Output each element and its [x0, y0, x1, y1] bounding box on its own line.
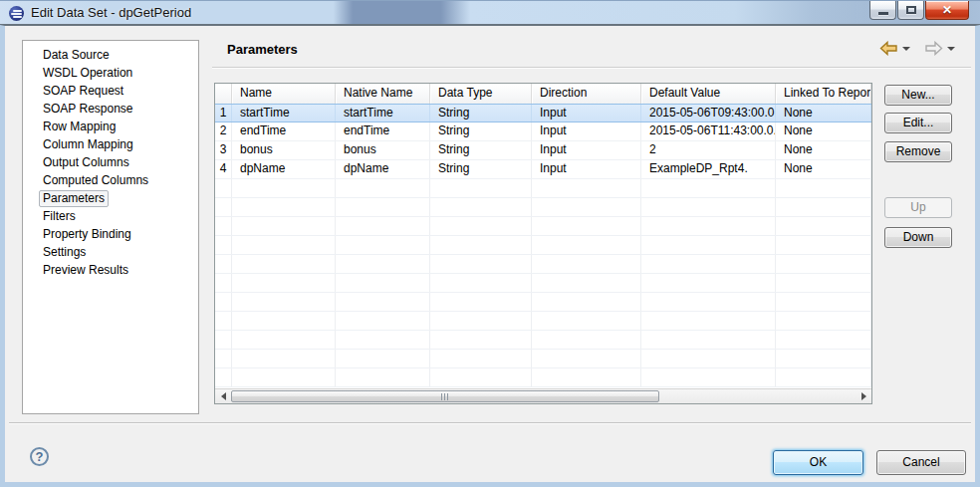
sidebar-item-preview-results[interactable]: Preview Results — [23, 261, 198, 279]
empty-cell — [641, 217, 776, 235]
down-button[interactable]: Down — [884, 227, 952, 248]
maximize-button[interactable] — [897, 1, 924, 20]
cell-rownum: 1 — [215, 105, 232, 122]
scroll-right-button[interactable] — [856, 389, 871, 403]
col-header-default-value[interactable]: Default Value — [641, 84, 776, 104]
col-header-name[interactable]: Name — [232, 84, 336, 104]
col-header-native-name[interactable]: Native Name — [336, 84, 430, 104]
empty-cell — [430, 255, 532, 273]
cell-linked-to-report[interactable]: None — [776, 160, 871, 178]
cell-direction[interactable]: Input — [532, 122, 641, 140]
empty-cell — [215, 331, 232, 349]
col-header-linked-to-report[interactable]: Linked To Report — [776, 84, 871, 104]
empty-cell — [430, 331, 532, 349]
empty-cell — [641, 274, 776, 292]
col-header-data-type[interactable]: Data Type — [430, 84, 532, 104]
sidebar-selected-item-label: Parameters — [39, 190, 109, 207]
empty-cell — [776, 179, 871, 197]
sidebar-item-soap-response[interactable]: SOAP Response — [23, 100, 198, 118]
close-button[interactable]: ✕ — [925, 1, 969, 20]
table-row[interactable]: 4 dpName dpName String Input ExampleDP_R… — [215, 160, 871, 179]
empty-cell — [776, 198, 871, 216]
cell-name[interactable]: dpName — [232, 160, 336, 178]
empty-cell — [336, 236, 430, 254]
cell-data-type[interactable]: String — [430, 160, 532, 178]
sidebar-item-soap-request[interactable]: SOAP Request — [23, 82, 198, 100]
cell-default-value[interactable]: 2 — [641, 141, 776, 159]
cell-linked-to-report[interactable]: None — [776, 122, 871, 140]
help-button[interactable]: ? — [30, 447, 49, 466]
col-header-rownum[interactable] — [215, 84, 232, 104]
empty-cell — [532, 350, 641, 367]
ok-button[interactable]: OK — [773, 450, 863, 475]
empty-table-row — [215, 312, 871, 331]
sidebar-item-row-mapping[interactable]: Row Mapping — [23, 118, 198, 135]
cell-native-name[interactable]: endTime — [336, 122, 430, 140]
new-button[interactable]: New... — [884, 85, 952, 106]
table-row[interactable]: 2 endTime endTime String Input 2015-05-0… — [215, 122, 871, 141]
up-button[interactable]: Up — [884, 197, 952, 218]
cell-default-value[interactable]: 2015-05-06T09:43:00.0... — [641, 105, 776, 122]
edit-button[interactable]: Edit... — [884, 113, 952, 133]
titlebar[interactable]: Edit Data Set - dpGetPeriod ✕ — [0, 0, 980, 25]
cell-native-name[interactable]: startTime — [336, 105, 430, 122]
cancel-button[interactable]: Cancel — [876, 450, 966, 475]
sidebar-item-wsdl-operation[interactable]: WSDL Operation — [23, 64, 198, 82]
cell-name[interactable]: bonus — [232, 141, 336, 159]
cell-direction[interactable]: Input — [532, 141, 641, 159]
sidebar-item-output-columns[interactable]: Output Columns — [23, 153, 198, 171]
minimize-button[interactable] — [869, 1, 896, 20]
empty-cell — [215, 368, 232, 386]
cell-native-name[interactable]: bonus — [336, 141, 430, 159]
col-header-direction[interactable]: Direction — [532, 84, 641, 104]
sidebar-item-settings[interactable]: Settings — [23, 243, 198, 261]
empty-cell — [641, 312, 776, 330]
cell-default-value[interactable]: ExampleDP_Rpt4. — [641, 160, 776, 178]
cell-direction[interactable]: Input — [532, 105, 641, 122]
close-icon: ✕ — [942, 2, 952, 19]
back-dropdown-caret[interactable] — [902, 47, 910, 51]
cell-direction[interactable]: Input — [532, 160, 641, 178]
sidebar-item-computed-columns[interactable]: Computed Columns — [23, 171, 198, 189]
empty-cell — [430, 274, 532, 292]
empty-cell — [232, 312, 336, 330]
cell-linked-to-report[interactable]: None — [776, 141, 871, 159]
cell-linked-to-report[interactable]: None — [776, 105, 871, 122]
forward-arrow-icon[interactable] — [924, 41, 943, 56]
cell-name[interactable]: endTime — [232, 122, 336, 140]
sidebar-item-parameters[interactable]: Parameters — [23, 189, 198, 207]
header-separator — [212, 67, 971, 69]
empty-cell — [776, 368, 871, 386]
sidebar-item-property-binding[interactable]: Property Binding — [23, 225, 198, 243]
empty-cell — [336, 293, 430, 311]
cell-default-value[interactable]: 2015-05-06T11:43:00.0... — [641, 122, 776, 140]
forward-dropdown-caret[interactable] — [947, 47, 955, 51]
empty-cell — [336, 274, 430, 292]
empty-cell — [776, 274, 871, 292]
cell-data-type[interactable]: String — [430, 105, 532, 122]
empty-cell — [232, 293, 336, 311]
empty-cell — [336, 198, 430, 216]
empty-cell — [641, 331, 776, 349]
sidebar-item-filters[interactable]: Filters — [23, 207, 198, 225]
cell-name[interactable]: startTime — [232, 105, 336, 122]
empty-cell — [776, 350, 871, 367]
cell-native-name[interactable]: dpName — [336, 160, 430, 178]
sidebar-item-column-mapping[interactable]: Column Mapping — [23, 135, 198, 153]
table-row[interactable]: 1 startTime startTime String Input 2015-… — [215, 104, 871, 122]
remove-button[interactable]: Remove — [884, 141, 952, 162]
back-arrow-icon[interactable] — [879, 41, 898, 56]
table-row[interactable]: 3 bonus bonus String Input 2 None — [215, 141, 871, 160]
horizontal-scrollbar[interactable] — [215, 388, 871, 403]
empty-cell — [215, 217, 232, 235]
empty-cell — [430, 198, 532, 216]
empty-cell — [641, 179, 776, 197]
history-nav — [879, 39, 961, 57]
cell-rownum: 3 — [215, 141, 232, 159]
cell-data-type[interactable]: String — [430, 122, 532, 140]
scroll-left-button[interactable] — [215, 389, 231, 403]
cell-data-type[interactable]: String — [430, 141, 532, 159]
sidebar-item-data-source[interactable]: Data Source — [23, 46, 198, 64]
scrollbar-thumb[interactable] — [231, 390, 659, 402]
empty-cell — [232, 368, 336, 386]
